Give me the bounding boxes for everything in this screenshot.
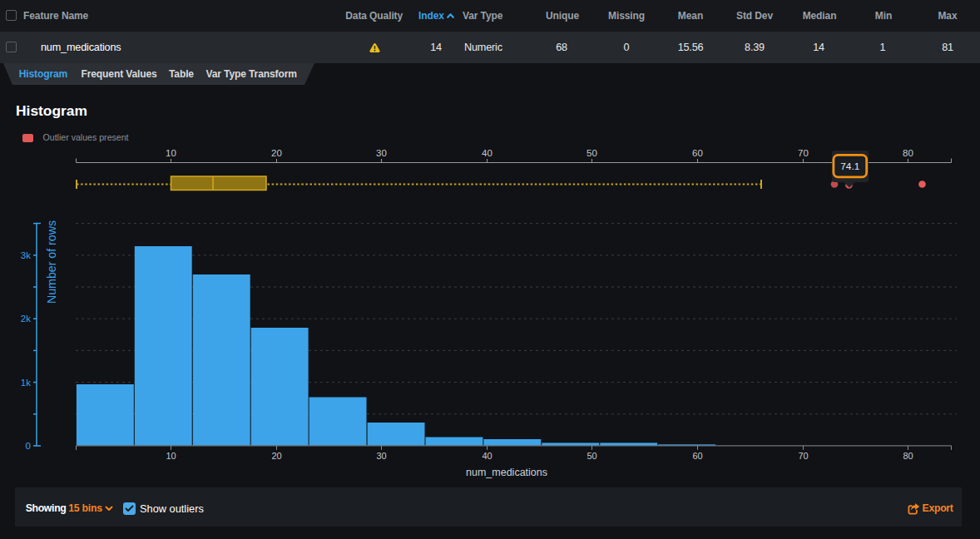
svg-text:40: 40 (482, 148, 492, 158)
svg-text:2k: 2k (21, 314, 31, 324)
svg-text:30: 30 (376, 148, 387, 158)
svg-text:10: 10 (166, 451, 176, 461)
svg-text:60: 60 (692, 451, 702, 461)
svg-text:0: 0 (26, 441, 31, 451)
svg-text:20: 20 (271, 451, 281, 461)
svg-text:50: 50 (587, 148, 597, 158)
svg-text:3k: 3k (21, 250, 31, 260)
svg-text:20: 20 (271, 148, 282, 158)
svg-text:70: 70 (798, 148, 809, 158)
svg-text:Number of rows: Number of rows (45, 220, 58, 304)
svg-text:30: 30 (376, 451, 386, 461)
svg-text:50: 50 (587, 451, 596, 461)
svg-text:60: 60 (692, 148, 703, 158)
svg-text:1k: 1k (21, 378, 31, 388)
svg-text:10: 10 (166, 148, 176, 158)
svg-text:80: 80 (903, 148, 913, 158)
svg-text:40: 40 (482, 451, 492, 461)
svg-text:74.1: 74.1 (840, 161, 859, 172)
svg-text:80: 80 (903, 451, 913, 461)
svg-text:num_medications: num_medications (466, 467, 547, 478)
svg-text:70: 70 (798, 451, 808, 461)
